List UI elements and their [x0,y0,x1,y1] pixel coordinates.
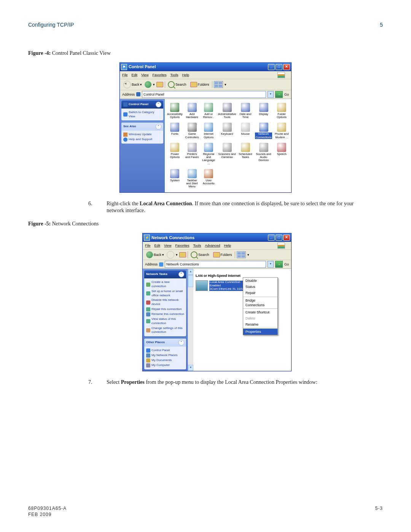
toolbar: Back ▾ ▾ Search Folders ▾ [143,250,291,260]
cp-icon-game-controllers[interactable]: Game Controllers [184,122,200,140]
back-button[interactable]: ◄Back ▾ [122,80,143,89]
cp-icon-add-or-remov-[interactable]: Add or Remov... [201,102,217,120]
cp-icon-phone-and-modem-[interactable]: Phone and Modem ... [274,122,290,140]
forward-button[interactable] [145,81,151,88]
collapse-icon[interactable]: ⌃ [156,124,161,129]
back-button[interactable]: Back ▾ [145,251,165,259]
cp-icon-folder-options[interactable]: Folder Options [274,102,290,120]
cp-icon-display[interactable]: Display [254,102,273,120]
other-place-link[interactable]: My Network Places [146,353,184,358]
task-link[interactable]: View status of this connection [146,317,184,326]
menu-item-favorites[interactable]: Favorites [175,243,189,248]
menu-item-advanced[interactable]: Advanced [205,243,220,248]
cp-icon-system[interactable]: System [166,168,183,189]
forward-button[interactable] [167,251,174,259]
address-input[interactable] [165,261,266,268]
scroll-up-icon[interactable]: ▴ [188,269,193,275]
address-input[interactable] [142,91,266,98]
cp-icon-taskbar-and-start-menu[interactable]: Taskbar and Start Menu [184,168,200,189]
ctx-repair[interactable]: Repair [243,290,277,296]
menu-item-help[interactable]: Help [224,243,231,248]
cp-icon-administrative-tools[interactable]: Administrative Tools [217,102,237,120]
other-place-link[interactable]: My Documents [146,358,184,363]
task-link[interactable]: Rename this connection [146,312,184,317]
go-button[interactable]: → [275,91,283,98]
ctx-properties[interactable]: Properties [243,329,277,335]
cp-icon-internet-options[interactable]: Internet Options [201,122,217,140]
menu-item-edit[interactable]: Edit [155,243,161,248]
collapse-icon[interactable]: ⌃ [178,340,184,345]
other-place-link[interactable]: My Computer [146,363,184,368]
close-button[interactable]: ✕ [283,235,290,241]
applet-icon [188,123,197,132]
task-link[interactable]: Disable this network device [146,298,184,307]
other-place-link[interactable]: Control Panel [146,348,184,353]
cp-icon-printers-and-faxes[interactable]: Printers and Faxes [184,142,200,166]
maximize-button[interactable]: □ [276,64,282,70]
menu-item-view[interactable]: View [141,73,148,77]
scroll-thumb[interactable] [188,275,193,287]
task-link[interactable]: Set up a home or small office network [146,289,184,298]
folders-button[interactable]: Folders [189,81,210,88]
seealso-link[interactable]: Windows Update [123,132,161,137]
cp-icon-speech[interactable]: Speech [274,142,290,166]
cp-icon-user-accounts[interactable]: User Accounts [201,168,217,189]
sidebar: Network Tasks⌃ Create a new connectionSe… [143,269,188,371]
titlebar[interactable]: ⚡ Network Connections _ □ ✕ [143,233,291,242]
address-dropdown[interactable]: ▾ [268,91,274,98]
go-button[interactable]: → [275,261,283,268]
menu-item-view[interactable]: View [164,243,171,248]
address-dropdown[interactable]: ▾ [268,261,274,268]
cp-icon-fonts[interactable]: Fonts [166,122,183,140]
cp-icon-scanners-and-cameras[interactable]: Scanners and Cameras [217,142,237,166]
ctx-disable[interactable]: Disable [243,278,277,284]
cp-icon-add-hardware[interactable]: Add Hardware [184,102,200,120]
ctx-bridge-connections[interactable]: Bridge Connections [243,297,277,308]
minimize-button[interactable]: _ [268,235,275,241]
menu-item-tools[interactable]: Tools [170,73,178,77]
sidebar: Control Panel⌃ Switch to Category View S… [120,99,165,192]
task-link[interactable]: Change settings of this connection [146,326,184,335]
seealso-link[interactable]: Help and Support [123,137,161,142]
views-button[interactable] [237,251,246,258]
collapse-icon[interactable]: ⌃ [156,102,161,107]
cp-icon-power-options[interactable]: Power Options [166,142,183,166]
folders-button[interactable]: Folders [212,252,233,258]
cp-icon-keyboard[interactable]: Keyboard [217,122,237,140]
figure-5-caption: Figure -5: Network Connections [28,220,383,228]
titlebar[interactable]: ⚑ Control Panel _ □ ✕ [120,63,291,71]
cp-icon-date-and-time[interactable]: Date and Time [237,102,253,120]
views-button[interactable] [214,81,223,88]
address-icon [159,262,163,267]
search-button[interactable]: Search [167,81,188,88]
menu-item-file[interactable]: File [122,73,128,77]
switch-category-view-link[interactable]: Switch to Category View [123,110,161,119]
menu-item-favorites[interactable]: Favorites [152,73,166,77]
cp-icon-sounds-and-audio-devices[interactable]: Sounds and Audio Devices [254,142,273,166]
menu-item-edit[interactable]: Edit [132,73,138,77]
sidebar-scrollbar[interactable]: ▴ ▾ [188,269,193,371]
cp-icon-regional-and-language-[interactable]: Regional and Language ... [201,142,217,166]
icon-label: Sounds and Audio Devices [255,153,272,162]
task-link[interactable]: Repair this connection [146,307,184,312]
menu-item-tools[interactable]: Tools [193,243,201,248]
search-button[interactable]: Search [190,251,210,259]
cp-icon-mouse[interactable]: Mouse [237,122,253,140]
scroll-down-icon[interactable]: ▾ [188,365,193,371]
close-button[interactable]: ✕ [283,64,290,70]
collapse-icon[interactable]: ⌃ [178,272,184,277]
ctx-status[interactable]: Status [243,284,277,290]
minimize-button[interactable]: _ [268,64,275,70]
up-button[interactable] [179,252,186,257]
task-link[interactable]: Create a new connection [146,280,184,289]
menu-item-file[interactable]: File [145,243,151,248]
header-title: Configuring TCP/IP [28,21,74,29]
cp-icon-scheduled-tasks[interactable]: Scheduled Tasks [237,142,253,166]
menu-item-help[interactable]: Help [182,73,189,77]
ctx-rename[interactable]: Rename [243,321,277,328]
cp-icon-accessibility-options[interactable]: Accessibility Options [166,102,183,120]
up-button[interactable] [156,82,163,87]
ctx-create-shortcut[interactable]: Create Shortcut [243,309,277,315]
cp-icon-network-connections[interactable]: Network Connections [254,122,273,140]
maximize-button[interactable]: □ [276,235,282,241]
